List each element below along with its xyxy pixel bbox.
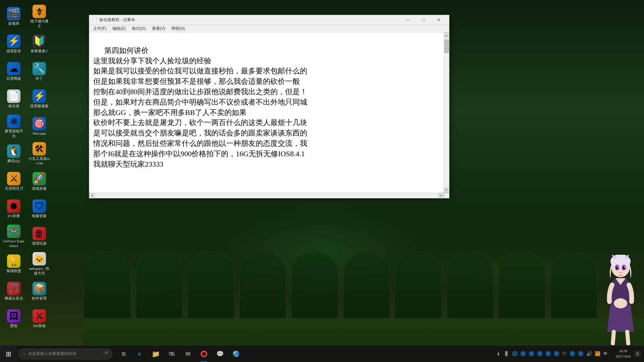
- desktop-icon-xunlei[interactable]: ⚡ 迅雷影音: [2, 31, 26, 57]
- battery-icon[interactable]: 🔋: [502, 350, 510, 357]
- desktop-icon-xunlei2[interactable]: ⚡ 迅雷极速版: [27, 86, 51, 112]
- icon-label-geforce: GeForce Experience: [3, 239, 24, 248]
- tray-icon-8[interactable]: 🔵: [569, 350, 576, 357]
- scroll-thumb[interactable]: [444, 40, 449, 53]
- desktop-icon-wallpaper[interactable]: 🖼 壁纸: [2, 306, 26, 332]
- edge-button[interactable]: e: [132, 346, 147, 362]
- desktop-icon-nekopara[interactable]: 🐱 nekopara - 快捷方式: [27, 251, 51, 277]
- desktop-icon-qq[interactable]: 🐧 腾讯QQ: [2, 141, 26, 167]
- vertical-scrollbar[interactable]: ▲ ▼: [444, 33, 449, 193]
- desktop-icon-gameacc[interactable]: 🚀 游戏加速: [27, 168, 51, 194]
- tray-icon-6[interactable]: 🔵: [553, 350, 560, 357]
- system-clock[interactable]: 14:39 2017/10/4: [613, 349, 633, 359]
- icon-image-gameacc: 🚀: [33, 172, 46, 185]
- anime-character: [597, 251, 644, 345]
- tray-icon-3[interactable]: 🔵: [528, 350, 535, 357]
- tray-icon-1[interactable]: 🌐: [511, 350, 519, 357]
- desktop-icon-tianya[interactable]: ⚔ 天涯明月刀: [2, 168, 26, 194]
- notepad-titlebar[interactable]: 📄 捡垃圾教程 - 记事本 ─ □ ✕: [89, 15, 449, 25]
- desktop-icon-geforce[interactable]: 🎮 GeForce Experience: [2, 223, 26, 249]
- menu-format[interactable]: 格式(O): [129, 25, 148, 32]
- ime-icon[interactable]: 中: [602, 350, 609, 357]
- icon-label-wallpaper: 壁纸: [10, 324, 17, 328]
- icon-label-qq: 腾讯QQ: [7, 159, 20, 163]
- scroll-corner: [444, 193, 449, 198]
- browser-button[interactable]: 🌏: [228, 346, 244, 362]
- pillar-7: [395, 251, 442, 318]
- desktop-icon-softmgr[interactable]: 📦 软件管理: [27, 278, 51, 304]
- taskbar-search-box[interactable]: ○ 在这里输入你要搜索的内容 🎤: [18, 349, 112, 359]
- mail-button[interactable]: ✉: [180, 346, 196, 362]
- task-view-button[interactable]: ⧉: [116, 346, 131, 362]
- notification-badge[interactable]: 8: [635, 351, 641, 357]
- pillar-1: [84, 251, 131, 318]
- network-icon[interactable]: 📶: [594, 350, 601, 357]
- desktop-icon-wegame[interactable]: 🎯 WeGame: [27, 113, 51, 139]
- tray-icon-5[interactable]: 🔵: [544, 350, 552, 357]
- menu-file[interactable]: 文件(F): [91, 25, 109, 32]
- icon-image-blizzard: ❄: [7, 115, 20, 128]
- explorer-button[interactable]: 📁: [148, 346, 163, 362]
- scroll-down-arrow[interactable]: ▼: [444, 187, 449, 193]
- hscroll-left-arrow[interactable]: ◄: [89, 193, 95, 198]
- start-button[interactable]: ⊞: [0, 346, 17, 362]
- menu-help[interactable]: 帮助(H): [169, 25, 188, 32]
- desktop-icon-baidu[interactable]: ☁ 百度网盘: [2, 58, 26, 84]
- notepad-content-area: 第四如何讲价 这里我就分享下我个人捡垃圾的经验 如果是我可以接受的价位我可以做直…: [89, 33, 449, 193]
- notepad-text-content: 第四如何讲价 这里我就分享下我个人捡垃圾的经验 如果是我可以接受的价位我可以做直…: [93, 46, 307, 168]
- close-button[interactable]: ✕: [431, 15, 446, 25]
- icon-image-dungeon: 🗡: [33, 5, 46, 18]
- hscroll-right-arrow[interactable]: ►: [438, 193, 444, 198]
- desktop-icon-toolbox[interactable]: 🛠 小丸工具箱rev194: [27, 141, 51, 167]
- desktop-icon-film[interactable]: 🎬 影视库: [2, 3, 26, 29]
- desktop-icon-cleanjunk[interactable]: 🗑 清理垃圾: [27, 223, 51, 249]
- desktop-icon-diannaogj[interactable]: 🛡 电脑管家: [27, 196, 51, 222]
- icon-label-junk: 捡垃圾: [8, 104, 19, 108]
- desktop-icon-ev[interactable]: ⏺ EV录屏: [2, 196, 26, 222]
- volume-icon[interactable]: 🔊: [585, 350, 593, 357]
- svg-point-2: [614, 298, 627, 308]
- minimize-button[interactable]: ─: [400, 15, 416, 25]
- anime-svg: [599, 255, 642, 345]
- desktop-icon-blizzard[interactable]: ❄ 暴雪游戏平台: [2, 113, 26, 139]
- desktop-icon-dungeon[interactable]: 🗡 地下城与勇士: [27, 3, 51, 29]
- notepad-title: 捡垃圾教程 - 记事本: [99, 17, 400, 23]
- horizontal-scrollbar[interactable]: ◄ ►: [89, 193, 444, 198]
- msg-button[interactable]: 💬: [212, 346, 228, 362]
- tray-icon-4[interactable]: 🔵: [536, 350, 544, 357]
- icon-image-hero: 🏆: [7, 254, 20, 268]
- icon-image-toolbox: 🛠: [33, 142, 46, 156]
- desktop-icon-sss[interactable]: 🔰 刺客教条2: [27, 31, 51, 57]
- desktop-icon-hero[interactable]: 🏆 英雄联盟: [2, 251, 26, 277]
- icon-label-film: 影视库: [8, 21, 19, 26]
- svg-point-8: [624, 266, 625, 268]
- desktop-icon-patch[interactable]: 🔧 补丁: [27, 58, 51, 84]
- desktop-icon-junk[interactable]: 📄 捡垃圾: [2, 86, 26, 112]
- svg-point-7: [617, 266, 619, 268]
- icon-label-diannaogj: 电脑管家: [32, 214, 47, 218]
- icon-image-wallpaper: 🖼: [7, 309, 20, 323]
- icon-label-sss: 刺客教条2: [31, 49, 48, 53]
- temp-icon[interactable]: 🌡: [495, 351, 502, 357]
- pillar-3: [187, 251, 234, 318]
- menu-edit[interactable]: 编辑(E): [110, 25, 128, 32]
- pillar-6: [343, 251, 390, 318]
- maximize-button[interactable]: □: [416, 15, 431, 25]
- store-button[interactable]: 🛍: [164, 346, 179, 362]
- tray-icon-2[interactable]: 🔵: [519, 350, 527, 357]
- netease163-button[interactable]: ⭕: [196, 346, 212, 362]
- desktop-icon-netease[interactable]: 🎵 网易云音乐: [2, 278, 26, 304]
- menu-view[interactable]: 查看(V): [149, 25, 168, 32]
- pillar-9: [498, 251, 545, 318]
- notepad-text[interactable]: 第四如何讲价 这里我就分享下我个人捡垃圾的经验 如果是我可以接受的价位我可以做直…: [89, 33, 444, 193]
- hscroll-track[interactable]: [95, 193, 438, 198]
- tray-icon-9[interactable]: 🔵: [577, 350, 585, 357]
- scroll-up-arrow[interactable]: ▲: [444, 33, 449, 38]
- search-icon: ○: [23, 351, 25, 357]
- tray-icon-7[interactable]: 🛡: [561, 351, 568, 357]
- icon-label-tianya: 天涯明月刀: [5, 186, 23, 191]
- desktop-icon-hero300[interactable]: ⚔ 300英雄: [27, 306, 51, 332]
- scroll-track[interactable]: [444, 38, 449, 187]
- microphone-icon: 🎤: [102, 351, 108, 357]
- pillar-2: [136, 251, 183, 318]
